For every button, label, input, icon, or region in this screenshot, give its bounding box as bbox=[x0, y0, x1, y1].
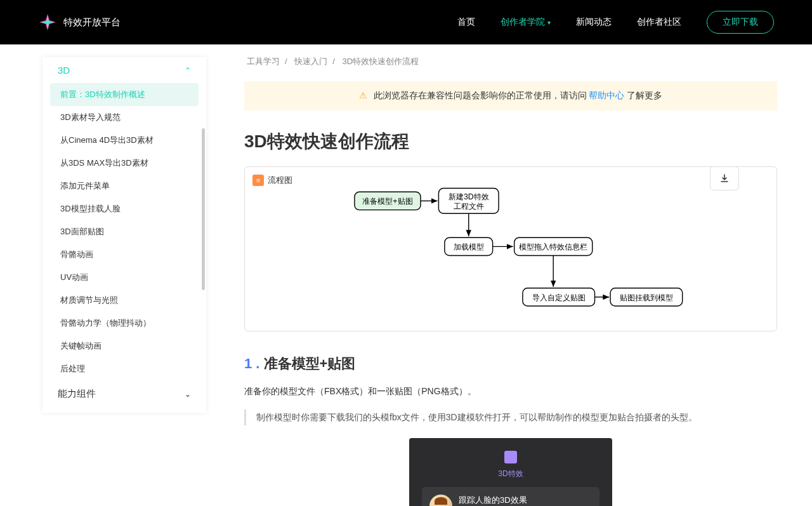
svg-text:新建3D特效: 新建3D特效 bbox=[449, 192, 489, 201]
svg-text:模型拖入特效信息栏: 模型拖入特效信息栏 bbox=[519, 243, 587, 251]
chevron-down-icon: ▾ bbox=[547, 19, 551, 26]
sidebar-section-3d[interactable]: 3D ⌃ bbox=[43, 57, 206, 83]
main: 3D ⌃ 前置：3D特效制作概述 3D素材导入规范 从Cinema 4D导出3D… bbox=[0, 44, 812, 506]
scrollbar[interactable] bbox=[201, 57, 206, 413]
avatar bbox=[429, 495, 452, 506]
breadcrumb-item[interactable]: 快速入门 bbox=[294, 57, 327, 66]
sidebar-item[interactable]: 3D素材导入规范 bbox=[43, 106, 206, 129]
logo-icon bbox=[38, 13, 57, 32]
sidebar-item[interactable]: UV动画 bbox=[43, 266, 206, 289]
sidebar-item[interactable]: 后处理 bbox=[43, 357, 206, 380]
app-icon-area: 3D特效 bbox=[422, 451, 599, 479]
sidebar-item[interactable]: 3D模型挂载人脸 bbox=[43, 197, 206, 220]
logo-area[interactable]: 特效开放平台 bbox=[38, 13, 121, 32]
app-preview: 3D特效 跟踪人脸的3D效果 素材要求：使用FBX模型文件 bbox=[409, 438, 612, 506]
content: 工具学习/ 快速入门/ 3D特效快速创作流程 ⚠ 此浏览器存在兼容性问题会影响你… bbox=[206, 57, 790, 506]
svg-text:加载模型: 加载模型 bbox=[454, 243, 484, 251]
breadcrumb-item: 3D特效快速创作流程 bbox=[343, 57, 419, 66]
svg-text:准备模型+贴图: 准备模型+贴图 bbox=[362, 197, 412, 206]
tip-block: 制作模型时你需要下载我们的头模fbx文件，使用3D建模软件打开，可以帮助制作的模… bbox=[244, 409, 777, 425]
flowchart-badge-icon: ≡ bbox=[252, 175, 264, 186]
svg-text:贴图挂载到模型: 贴图挂载到模型 bbox=[620, 293, 673, 302]
nav-news[interactable]: 新闻动态 bbox=[576, 17, 612, 28]
nav-community[interactable]: 创作者社区 bbox=[637, 17, 681, 28]
flowchart-label: ≡ 流程图 bbox=[252, 175, 292, 186]
chevron-up-icon: ⌃ bbox=[185, 66, 191, 75]
flowchart: ≡ 流程图 准备模型+贴图 新建3D特效 工程文件 加载模型 模型拖入特效信息栏 bbox=[244, 166, 777, 331]
nav: 首页 创作者学院 ▾ 新闻动态 创作者社区 立即下载 bbox=[457, 11, 774, 34]
sidebar: 3D ⌃ 前置：3D特效制作概述 3D素材导入规范 从Cinema 4D导出3D… bbox=[43, 57, 206, 413]
warning-icon: ⚠ bbox=[359, 90, 367, 100]
logo-text: 特效开放平台 bbox=[63, 17, 121, 29]
download-button[interactable]: 立即下载 bbox=[707, 11, 774, 34]
sidebar-item[interactable]: 从Cinema 4D导出3D素材 bbox=[43, 129, 206, 152]
chevron-down-icon: ⌄ bbox=[185, 390, 191, 399]
sidebar-item[interactable]: 材质调节与光照 bbox=[43, 289, 206, 312]
header: 特效开放平台 首页 创作者学院 ▾ 新闻动态 创作者社区 立即下载 bbox=[0, 0, 812, 44]
nav-creator-academy[interactable]: 创作者学院 ▾ bbox=[501, 17, 551, 28]
sidebar-section-event[interactable]: 事件面板 ⌄ bbox=[43, 408, 206, 413]
page-title: 3D特效快速创作流程 bbox=[244, 130, 777, 154]
sidebar-item[interactable]: 3D面部贴图 bbox=[43, 220, 206, 243]
section-heading-1: 1 . 准备模型+贴图 bbox=[244, 354, 777, 373]
svg-text:工程文件: 工程文件 bbox=[454, 202, 484, 211]
nav-home[interactable]: 首页 bbox=[457, 17, 475, 28]
scrollbar-thumb[interactable] bbox=[202, 128, 205, 290]
app-card: 跟踪人脸的3D效果 素材要求：使用FBX模型文件 bbox=[422, 487, 599, 506]
sidebar-item[interactable]: 骨骼动力学（物理抖动） bbox=[43, 312, 206, 335]
help-center-link[interactable]: 帮助中心 bbox=[589, 90, 624, 100]
cube-icon bbox=[504, 451, 517, 463]
title-row: 3D特效快速创作流程 bbox=[244, 130, 777, 154]
flowchart-svg: 准备模型+贴图 新建3D特效 工程文件 加载模型 模型拖入特效信息栏 导入自定义… bbox=[252, 181, 769, 321]
breadcrumb-item[interactable]: 工具学习 bbox=[247, 57, 280, 66]
svg-text:导入自定义贴图: 导入自定义贴图 bbox=[532, 293, 586, 302]
warning-banner: ⚠ 此浏览器存在兼容性问题会影响你的正常使用，请访问 帮助中心 了解更多 bbox=[244, 81, 777, 110]
sidebar-item[interactable]: 骨骼动画 bbox=[43, 243, 206, 266]
sidebar-item[interactable]: 从3DS MAX导出3D素材 bbox=[43, 152, 206, 175]
app-card-text: 跟踪人脸的3D效果 素材要求：使用FBX模型文件 bbox=[459, 495, 592, 506]
sidebar-item[interactable]: 关键帧动画 bbox=[43, 335, 206, 357]
sidebar-section-ability[interactable]: 能力组件 ⌄ bbox=[43, 380, 206, 408]
sidebar-item[interactable]: 添加元件菜单 bbox=[43, 175, 206, 197]
sidebar-item[interactable]: 前置：3D特效制作概述 bbox=[50, 83, 199, 106]
section-body: 准备你的模型文件（FBX格式）和一张贴图（PNG格式）。 bbox=[244, 383, 777, 399]
breadcrumb: 工具学习/ 快速入门/ 3D特效快速创作流程 bbox=[244, 56, 777, 67]
